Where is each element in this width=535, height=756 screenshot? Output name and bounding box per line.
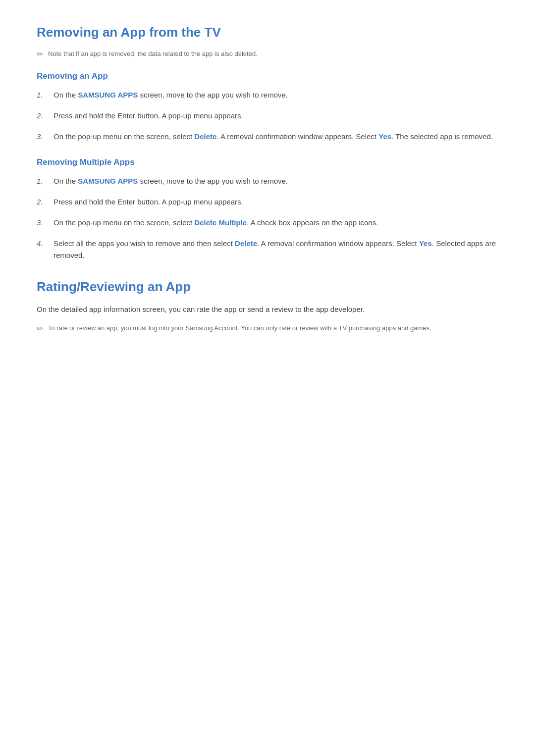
- rating-section-title: Rating/Reviewing an App: [37, 279, 498, 295]
- removing-multiple-apps-steps: 1. On the SAMSUNG APPS screen, move to t…: [37, 175, 498, 261]
- step-item: 3. On the pop-up menu on the screen, sel…: [37, 217, 498, 229]
- removing-app-note-text: Note that if an app is removed, the data…: [48, 49, 258, 59]
- delete-highlight: Delete: [235, 239, 257, 248]
- step-number: 2.: [37, 196, 47, 208]
- step-number: 3.: [37, 131, 47, 143]
- step-text: On the pop-up menu on the screen, select…: [54, 217, 498, 229]
- step-text: Select all the apps you wish to remove a…: [54, 238, 498, 261]
- delete-highlight: Delete: [194, 132, 216, 141]
- removing-app-note-block: ✏ Note that if an app is removed, the da…: [37, 49, 498, 59]
- step-text: Press and hold the Enter button. A pop-u…: [54, 110, 498, 122]
- step-number: 1.: [37, 175, 47, 187]
- step-text: Press and hold the Enter button. A pop-u…: [54, 196, 498, 208]
- pencil-icon: ✏: [37, 50, 43, 59]
- step-item: 2. Press and hold the Enter button. A po…: [37, 110, 498, 122]
- samsung-apps-highlight: SAMSUNG APPS: [78, 177, 138, 185]
- step-number: 3.: [37, 217, 47, 229]
- step-number: 2.: [37, 110, 47, 122]
- delete-multiple-highlight: Delete Multiple: [194, 218, 247, 227]
- removing-app-section: Removing an App from the TV ✏ Note that …: [37, 25, 498, 261]
- yes-highlight: Yes: [419, 239, 432, 248]
- yes-highlight: Yes: [378, 132, 391, 141]
- step-text: On the SAMSUNG APPS screen, move to the …: [54, 175, 498, 187]
- rating-note-text: To rate or review an app, you must log i…: [48, 323, 431, 334]
- step-number: 4.: [37, 238, 47, 250]
- step-text: On the SAMSUNG APPS screen, move to the …: [54, 89, 498, 101]
- samsung-apps-highlight: SAMSUNG APPS: [78, 91, 138, 99]
- step-item: 1. On the SAMSUNG APPS screen, move to t…: [37, 89, 498, 101]
- step-item: 3. On the pop-up menu on the screen, sel…: [37, 131, 498, 143]
- rating-body-text: On the detailed app information screen, …: [37, 303, 498, 315]
- removing-multiple-apps-subsection: Removing Multiple Apps 1. On the SAMSUNG…: [37, 157, 498, 261]
- rating-note-block: ✏ To rate or review an app, you must log…: [37, 323, 498, 334]
- removing-single-app-title: Removing an App: [37, 71, 498, 81]
- rating-section: Rating/Reviewing an App On the detailed …: [37, 279, 498, 334]
- step-item: 4. Select all the apps you wish to remov…: [37, 238, 498, 261]
- pencil-icon: ✏: [37, 324, 43, 333]
- removing-single-app-steps: 1. On the SAMSUNG APPS screen, move to t…: [37, 89, 498, 143]
- step-item: 2. Press and hold the Enter button. A po…: [37, 196, 498, 208]
- removing-single-app-subsection: Removing an App 1. On the SAMSUNG APPS s…: [37, 71, 498, 143]
- removing-multiple-apps-title: Removing Multiple Apps: [37, 157, 498, 167]
- removing-app-title: Removing an App from the TV: [37, 25, 498, 40]
- step-item: 1. On the SAMSUNG APPS screen, move to t…: [37, 175, 498, 187]
- step-number: 1.: [37, 89, 47, 101]
- step-text: On the pop-up menu on the screen, select…: [54, 131, 498, 143]
